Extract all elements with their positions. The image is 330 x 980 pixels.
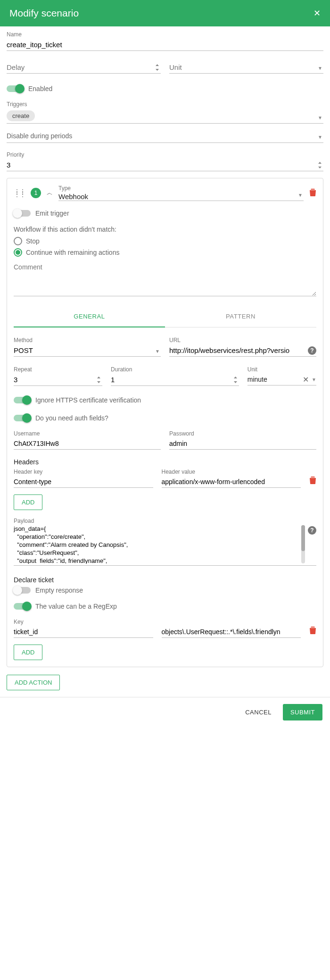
chevron-down-icon[interactable]: ▼ (312, 377, 316, 382)
password-field: Password (169, 430, 316, 450)
username-field: Username (14, 430, 161, 450)
ticket-key-input[interactable] (14, 626, 153, 638)
duration-unit-field: Unit minute ✕ ▼ (248, 366, 316, 386)
dialog-title: Modify scenario (9, 8, 79, 19)
help-icon[interactable]: ? (308, 526, 316, 535)
type-label: Type (58, 185, 304, 192)
ignore-https-label: Ignore HTTPS certificate verification (35, 396, 141, 404)
priority-field: Priority (7, 151, 323, 171)
enabled-switch-row: Enabled (7, 85, 323, 92)
emit-trigger-row: Emit trigger (14, 209, 316, 217)
regexp-label: The value can be a RegExp (35, 603, 117, 610)
radio-stop[interactable]: Stop (14, 237, 316, 245)
ignore-https-row: Ignore HTTPS certificate verification (14, 396, 316, 404)
radio-icon (14, 248, 22, 257)
enabled-switch[interactable] (7, 85, 24, 92)
auth-fields-switch[interactable] (14, 415, 31, 421)
ticket-key-label: Key (14, 619, 153, 625)
regexp-row: The value can be a RegExp (14, 603, 316, 610)
header-key-field: Header key (14, 469, 153, 488)
triggers-label: Triggers (7, 101, 323, 108)
auth-fields-label: Do you need auth fields? (35, 414, 108, 422)
username-label: Username (14, 430, 161, 437)
auth-fields-row: Do you need auth fields? (14, 414, 316, 422)
collapse-icon[interactable]: ︿ (47, 189, 53, 197)
triggers-field: Triggers create ▼ (7, 101, 323, 124)
drag-handle-icon[interactable]: ⋮⋮⋮⋮ (14, 190, 25, 196)
method-field: Method ▼ (14, 337, 161, 357)
name-field: Name (7, 31, 323, 51)
ticket-path-input[interactable] (162, 626, 301, 638)
repeat-input[interactable] (14, 374, 102, 386)
ticket-key-field: Key (14, 619, 153, 638)
action-number-badge: 1 (31, 188, 41, 198)
repeat-label: Repeat (14, 366, 102, 373)
scrollbar[interactable] (301, 525, 305, 563)
ticket-path-field (162, 626, 301, 638)
action-header: ⋮⋮⋮⋮ 1 ︿ Type Webhook ▼ (14, 185, 316, 201)
url-label: URL (169, 337, 316, 343)
priority-input[interactable] (7, 159, 323, 171)
empty-response-switch[interactable] (14, 587, 31, 594)
regexp-switch[interactable] (14, 603, 31, 610)
close-icon[interactable]: ✕ (314, 8, 321, 18)
unit-select[interactable] (169, 61, 323, 74)
radio-icon (14, 237, 22, 245)
disable-periods-field[interactable]: Disable during periods ▼ (7, 132, 323, 143)
radio-continue-label: Continue with remaining actions (26, 249, 119, 256)
add-header-button[interactable]: ADD (14, 494, 42, 510)
method-select[interactable] (14, 344, 161, 357)
submit-button[interactable]: SUBMIT (283, 704, 322, 720)
delay-field (7, 61, 161, 74)
method-label: Method (14, 337, 161, 343)
url-input[interactable] (169, 344, 316, 357)
emit-trigger-switch[interactable] (14, 210, 31, 217)
tab-general-content: Method ▼ URL ? Repeat (14, 327, 316, 660)
duration-label: Duration (111, 366, 239, 373)
trigger-chip[interactable]: create (7, 110, 35, 121)
cancel-button[interactable]: CANCEL (239, 705, 277, 720)
dialog-header: Modify scenario ✕ (0, 0, 330, 26)
username-input[interactable] (14, 438, 161, 450)
radio-continue[interactable]: Continue with remaining actions (14, 248, 316, 257)
password-label: Password (169, 430, 316, 437)
header-key-label: Header key (14, 469, 153, 475)
duration-unit-label: Unit (248, 366, 316, 373)
dialog-body: Name ▼ Enabled Triggers create ▼ Disable… (0, 26, 330, 697)
disable-periods-label: Disable during periods (7, 132, 72, 140)
delay-input[interactable] (7, 61, 161, 74)
comment-field (14, 263, 316, 298)
add-action-button[interactable]: ADD ACTION (7, 675, 60, 690)
duration-field: Duration (111, 366, 239, 386)
declare-ticket-heading: Declare ticket (14, 576, 316, 584)
payload-field: Payload ? (14, 518, 316, 566)
delete-action-icon[interactable] (309, 188, 316, 198)
duration-unit-value[interactable]: minute (248, 374, 303, 385)
password-input[interactable] (169, 438, 316, 450)
duration-input[interactable] (111, 374, 239, 386)
chevron-down-icon: ▼ (318, 134, 322, 140)
help-icon[interactable]: ? (308, 346, 316, 355)
action-card: ⋮⋮⋮⋮ 1 ︿ Type Webhook ▼ Emit trigger Wor… (7, 178, 323, 667)
add-ticket-key-button[interactable]: ADD (14, 645, 42, 660)
headers-heading: Headers (14, 458, 316, 466)
radio-stop-label: Stop (26, 237, 40, 245)
emit-trigger-label: Emit trigger (35, 209, 69, 217)
url-field: URL ? (169, 337, 316, 357)
chevron-down-icon[interactable]: ▼ (318, 115, 322, 120)
ignore-https-switch[interactable] (14, 397, 31, 403)
comment-input[interactable] (14, 263, 316, 296)
header-key-input[interactable] (14, 476, 153, 488)
tab-pattern[interactable]: PATTERN (165, 306, 316, 327)
payload-input[interactable] (14, 525, 305, 564)
header-value-input[interactable] (162, 476, 301, 488)
header-value-label: Header value (162, 469, 301, 475)
type-select[interactable]: Webhook (58, 193, 304, 201)
delete-header-icon[interactable] (309, 476, 316, 486)
tab-general[interactable]: GENERAL (14, 306, 165, 327)
delete-ticket-row-icon[interactable] (309, 626, 316, 636)
dialog-footer: CANCEL SUBMIT (0, 697, 330, 727)
workflow-heading: Workflow if this action didn't match: (14, 226, 316, 233)
clear-icon[interactable]: ✕ (303, 375, 309, 384)
name-input[interactable] (7, 39, 323, 51)
